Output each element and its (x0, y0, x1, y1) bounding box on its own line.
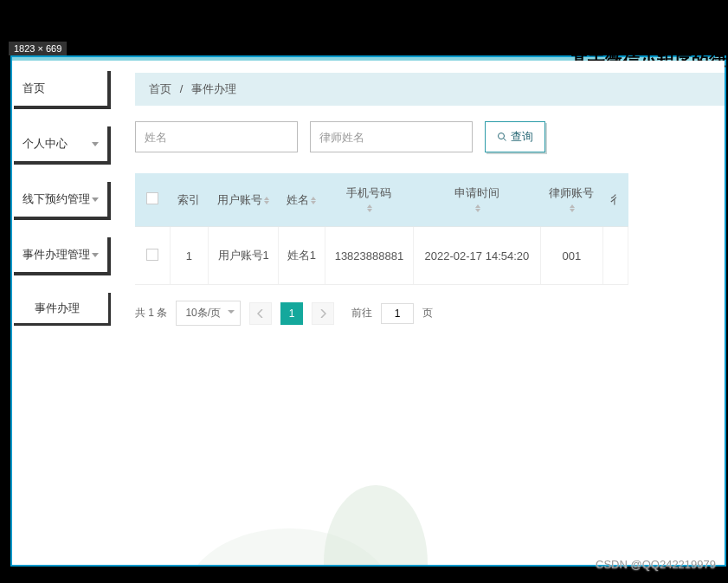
lawyer-name-input[interactable] (310, 121, 473, 152)
goto-page-input[interactable] (381, 303, 414, 324)
sort-icon (311, 197, 316, 204)
sort-icon (367, 204, 372, 212)
header-name[interactable]: 姓名 (279, 173, 325, 227)
cell-index: 1 (170, 227, 209, 285)
sidebar-item-label: 首页 (23, 81, 45, 96)
current-page[interactable]: 1 (280, 302, 303, 325)
query-button-label: 查询 (511, 129, 533, 145)
row-checkbox[interactable] (146, 249, 158, 261)
image-dimensions-label: 1823 × 669 (9, 42, 67, 55)
app-frame: 基于微信小程序的律 首页 个人中心 线下预约管理 事件办理管理 事件办理 (10, 55, 726, 567)
header-apply-time[interactable]: 申请时间 (414, 173, 540, 227)
sidebar-item-label: 事件办理管理 (23, 247, 90, 262)
cell-phone: 13823888881 (325, 227, 414, 285)
goto-suffix: 页 (422, 306, 433, 321)
sidebar-item-case-manage[interactable]: 事件办理管理 (14, 237, 111, 275)
header-checkbox-cell (135, 173, 170, 227)
chevron-down-icon (92, 142, 99, 146)
cell-apply-time: 2022-02-17 14:54:20 (414, 227, 540, 285)
chevron-down-icon (92, 253, 99, 257)
next-page-button[interactable] (312, 302, 334, 325)
query-button[interactable]: 查询 (485, 121, 545, 152)
svg-line-1 (504, 139, 506, 141)
select-all-checkbox[interactable] (146, 192, 158, 204)
sort-icon (264, 197, 269, 204)
sidebar-item-label: 事件办理 (35, 301, 80, 316)
goto-prefix: 前往 (351, 306, 372, 321)
sidebar-item-offline-booking[interactable]: 线下预约管理 (14, 182, 111, 220)
sidebar-item-label: 个人中心 (23, 136, 68, 152)
breadcrumb-separator: / (180, 82, 184, 95)
breadcrumb: 首页 / 事件办理 (135, 73, 725, 106)
pagination: 共 1 条 10条/页 1 前往 页 (135, 301, 725, 326)
search-icon (497, 132, 507, 142)
prev-page-button[interactable] (249, 302, 272, 325)
content-area: 首页 / 事件办理 查询 索引 用户账号 姓名 (116, 61, 725, 565)
table-header-row: 索引 用户账号 姓名 手机号码 申请时间 律师账号 彳 (135, 173, 628, 227)
total-label: 共 1 条 (135, 306, 167, 321)
sidebar: 首页 个人中心 线下预约管理 事件办理管理 事件办理 (12, 61, 116, 565)
cell-user-account: 用户账号1 (209, 227, 279, 285)
chevron-down-icon (92, 198, 99, 202)
sidebar-subitem-case-handle[interactable]: 事件办理 (14, 293, 111, 326)
svg-point-0 (499, 133, 505, 139)
cell-lawyer-account: 001 (540, 227, 602, 285)
sort-icon (570, 204, 575, 212)
sidebar-item-home[interactable]: 首页 (14, 71, 111, 109)
header-index[interactable]: 索引 (170, 173, 209, 227)
header-lawyer-account[interactable]: 律师账号 (540, 173, 602, 227)
name-input[interactable] (135, 121, 298, 152)
header-more: 彳 (603, 173, 628, 227)
breadcrumb-current: 事件办理 (191, 82, 236, 95)
watermark: CSDN @QQ242219979 (596, 558, 716, 571)
breadcrumb-home-link[interactable]: 首页 (149, 82, 171, 95)
sidebar-item-label: 线下预约管理 (23, 191, 90, 207)
chevron-right-icon (319, 309, 326, 318)
sidebar-item-profile[interactable]: 个人中心 (14, 126, 111, 165)
data-table: 索引 用户账号 姓名 手机号码 申请时间 律师账号 彳 1 用户账号1 姓名1 (135, 173, 628, 285)
table-row[interactable]: 1 用户账号1 姓名1 13823888881 2022-02-17 14:54… (135, 227, 628, 285)
header-phone[interactable]: 手机号码 (325, 173, 414, 227)
cell-name: 姓名1 (279, 227, 325, 285)
search-row: 查询 (135, 121, 725, 152)
sort-icon (475, 204, 480, 212)
page-size-select[interactable]: 10条/页 (176, 301, 241, 326)
chevron-left-icon (257, 309, 264, 318)
header-user-account[interactable]: 用户账号 (209, 173, 279, 227)
